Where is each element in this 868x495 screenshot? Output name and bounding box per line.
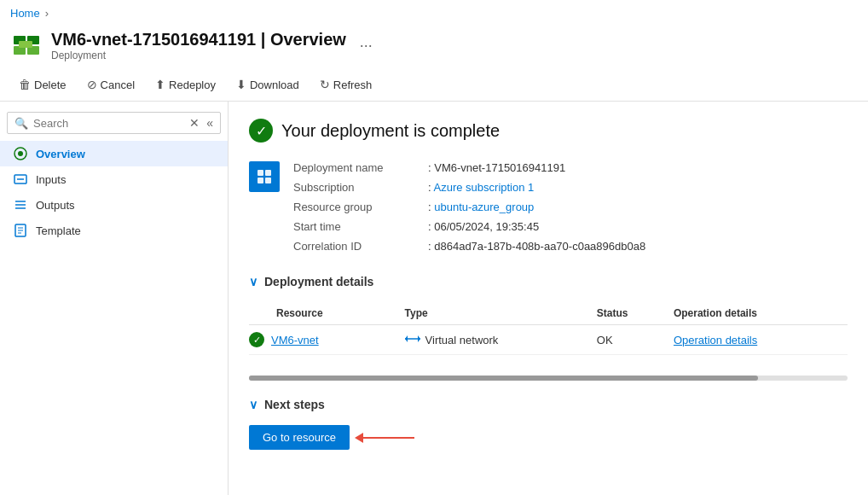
- deployment-icon-box: [249, 161, 280, 192]
- main-layout: 🔍 ✕ « Overview Inputs: [0, 102, 868, 495]
- redeploy-icon: ⬆: [155, 78, 165, 91]
- status-title: Your deployment is complete: [281, 121, 500, 141]
- col-status: Status: [597, 302, 674, 325]
- resource-group-link[interactable]: ubuntu-azure_group: [434, 201, 534, 213]
- correlation-id-label: Correlation ID: [293, 238, 421, 254]
- svg-rect-18: [258, 178, 263, 183]
- deployment-details-chevron: ∨: [249, 275, 258, 288]
- scrollbar-track: [249, 376, 848, 381]
- inputs-icon: [14, 172, 27, 186]
- status-cell: OK: [597, 325, 674, 355]
- go-to-resource-button[interactable]: Go to resource: [249, 425, 350, 450]
- svg-marker-22: [418, 335, 420, 342]
- horizontal-scrollbar[interactable]: [249, 376, 848, 381]
- subscription-value: : Azure subscription 1: [421, 179, 652, 195]
- sidebar-item-outputs[interactable]: Outputs: [0, 192, 228, 218]
- delete-button[interactable]: 🗑 Delete: [10, 73, 75, 96]
- row-status-check: ✓: [249, 332, 264, 347]
- search-collapse-icon[interactable]: «: [206, 116, 213, 130]
- template-icon: [14, 224, 27, 237]
- cancel-icon: ⊘: [87, 78, 97, 91]
- resource-icon: [10, 31, 41, 61]
- search-box: 🔍 ✕ «: [7, 112, 221, 134]
- subscription-label: Subscription: [293, 179, 421, 195]
- sidebar-item-overview-label: Overview: [36, 148, 85, 160]
- status-check-icon: ✓: [249, 119, 273, 143]
- sidebar-item-overview[interactable]: Overview: [0, 141, 228, 166]
- resource-link[interactable]: VM6-vnet: [271, 334, 319, 346]
- page-header: VM6-vnet-1715016941191 | Overview Deploy…: [0, 26, 868, 68]
- deployment-details-label: Deployment details: [264, 275, 373, 288]
- breadcrumb-separator: ›: [45, 7, 49, 20]
- next-steps-label: Next steps: [264, 398, 325, 411]
- search-icon: 🔍: [14, 117, 28, 130]
- deployment-name-value: : VM6-vnet-1715016941191: [421, 160, 652, 176]
- next-steps-section: ∨ Next steps Go to resource: [249, 398, 848, 450]
- operation-details-link[interactable]: Operation details: [674, 334, 757, 346]
- svg-point-6: [18, 151, 23, 156]
- redeploy-button[interactable]: ⬆ Redeploy: [147, 73, 224, 96]
- sidebar-item-template-label: Template: [36, 224, 81, 237]
- sidebar-item-outputs-label: Outputs: [36, 199, 75, 212]
- col-operation: Operation details: [674, 302, 848, 325]
- resource-cell: ✓ VM6-vnet: [249, 325, 405, 355]
- next-steps-header[interactable]: ∨ Next steps: [249, 398, 848, 411]
- cancel-button[interactable]: ⊘ Cancel: [78, 73, 143, 96]
- svg-rect-19: [265, 178, 271, 183]
- outputs-icon: [14, 198, 27, 212]
- page-subtitle: Deployment: [51, 50, 346, 61]
- overview-icon: [14, 147, 27, 160]
- svg-marker-21: [405, 335, 408, 342]
- start-time-label: Start time: [293, 218, 421, 235]
- sidebar-item-template[interactable]: Template: [0, 218, 228, 243]
- svg-rect-17: [265, 170, 271, 176]
- search-clear-icon[interactable]: ✕: [189, 116, 200, 130]
- operation-details-cell: Operation details: [674, 325, 848, 355]
- home-link[interactable]: Home: [10, 7, 40, 20]
- sidebar-item-inputs-label: Inputs: [36, 173, 66, 186]
- type-label: Virtual network: [425, 334, 499, 346]
- breadcrumb: Home ›: [0, 0, 868, 26]
- download-icon: ⬇: [236, 78, 246, 91]
- svg-rect-4: [19, 41, 32, 48]
- start-time-value: : 06/05/2024, 19:35:45: [421, 218, 652, 235]
- svg-rect-16: [258, 170, 263, 176]
- sidebar-item-inputs[interactable]: Inputs: [0, 166, 228, 192]
- type-icon: [405, 333, 420, 347]
- info-card: Deployment name : VM6-vnet-1715016941191…: [249, 160, 848, 254]
- resource-group-value: : ubuntu-azure_group: [421, 199, 652, 215]
- info-grid: Deployment name : VM6-vnet-1715016941191…: [293, 160, 652, 254]
- content-area: ✓ Your deployment is complete Deployment…: [229, 102, 868, 495]
- header-text: VM6-vnet-1715016941191 | Overview Deploy…: [51, 30, 346, 61]
- resource-group-label: Resource group: [293, 199, 421, 215]
- refresh-button[interactable]: ↻ Refresh: [311, 73, 381, 96]
- refresh-icon: ↻: [320, 78, 330, 91]
- type-cell: Virtual network: [405, 325, 597, 355]
- sidebar: 🔍 ✕ « Overview Inputs: [0, 102, 229, 495]
- page-title: VM6-vnet-1715016941191 | Overview: [51, 30, 346, 50]
- deployment-details-header[interactable]: ∨ Deployment details: [249, 275, 848, 288]
- scrollbar-thumb: [249, 376, 758, 381]
- arrow-indicator: [363, 437, 414, 439]
- deployment-details-table: Resource Type Status Operation details ✓…: [249, 302, 848, 355]
- delete-icon: 🗑: [19, 78, 31, 91]
- col-resource: Resource: [249, 302, 405, 325]
- search-input[interactable]: [33, 117, 184, 130]
- go-resource-wrap: Go to resource: [249, 425, 848, 450]
- subscription-link[interactable]: Azure subscription 1: [434, 181, 535, 194]
- table-row: ✓ VM6-vnet: [249, 325, 848, 355]
- more-options-icon[interactable]: ···: [360, 37, 373, 55]
- deployment-name-label: Deployment name: [293, 160, 421, 176]
- correlation-id-value: : d864ad7a-187b-408b-aa70-c0aa896db0a8: [421, 238, 652, 254]
- toolbar: 🗑 Delete ⊘ Cancel ⬆ Redeploy ⬇ Download …: [0, 68, 868, 102]
- next-steps-chevron: ∨: [249, 398, 258, 411]
- col-type: Type: [405, 302, 597, 325]
- status-banner: ✓ Your deployment is complete: [249, 119, 848, 143]
- download-button[interactable]: ⬇ Download: [228, 73, 308, 96]
